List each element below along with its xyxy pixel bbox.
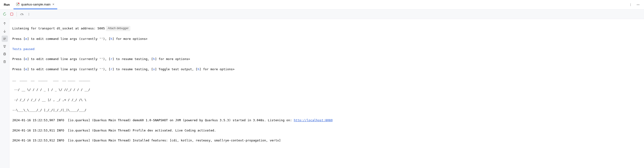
run-tool-window: Run quarkus-sample.main × [0, 0, 644, 168]
svg-point-8 [22, 15, 22, 16]
tab-label: quarkus-sample.main [21, 3, 50, 6]
scroll-down-icon[interactable] [2, 28, 8, 34]
svg-rect-23 [4, 61, 6, 63]
svg-point-10 [29, 14, 29, 15]
stop-button[interactable] [8, 11, 15, 17]
console-line: Listening for transport dt_socket at add… [12, 26, 642, 31]
scroll-to-end-icon[interactable] [2, 43, 8, 49]
trash-icon[interactable] [2, 58, 8, 64]
tests-paused-link[interactable]: Tests paused [12, 47, 34, 51]
console-line: Press [e] to edit command line args (cur… [12, 67, 642, 72]
svg-point-11 [29, 15, 29, 16]
ascii-art: --/ __ \/ / / / _ | / _ \/ //_/ / / / __… [12, 87, 642, 92]
close-icon[interactable]: × [52, 3, 55, 6]
toolbar-more-icon[interactable] [26, 11, 32, 17]
svg-rect-6 [10, 13, 13, 16]
localhost-link[interactable]: http://localhost:8080 [294, 118, 333, 122]
run-config-icon [16, 2, 20, 6]
rerun-button[interactable] [2, 11, 8, 17]
svg-rect-22 [4, 54, 5, 55]
soft-wrap-icon[interactable] [2, 36, 8, 42]
console-line: 2024-01-16 15:22:53,911 INFO [io.quarkus… [12, 128, 642, 133]
console-line: Press [e] to edit command line args (cur… [12, 36, 642, 41]
console-gutter [0, 19, 10, 168]
svg-point-1 [18, 3, 20, 4]
svg-rect-5 [637, 5, 640, 5]
attach-debugger-pill[interactable]: Attach debugger [106, 26, 130, 31]
ascii-art: --\___\_\____/_/ |_/_/|_/_/|_|\____/___/ [12, 108, 642, 113]
console-output[interactable]: Listening for transport dt_socket at add… [10, 19, 644, 168]
header-right [628, 2, 642, 7]
more-menu-icon[interactable] [628, 2, 633, 7]
ascii-art: -/ /_/ / /_/ / __ |/ , _/ ,< / /_/ /\ \ [12, 97, 642, 102]
scroll-up-icon[interactable] [2, 20, 8, 27]
header: Run quarkus-sample.main × [0, 0, 644, 10]
svg-point-2 [630, 4, 631, 4]
console-line: Tests paused [12, 46, 642, 51]
console-line: 2024-01-16 15:22:53,912 INFO [io.quarkus… [12, 138, 642, 143]
print-icon[interactable] [2, 51, 8, 57]
separator [16, 12, 17, 17]
run-toolbar [0, 10, 644, 19]
svg-point-4 [630, 6, 631, 6]
console-line: 2024-01-16 15:22:53,907 INFO [io.quarkus… [12, 118, 642, 123]
body: Listening for transport dt_socket at add… [0, 19, 644, 168]
performance-icon[interactable] [19, 11, 25, 17]
svg-point-9 [29, 13, 29, 14]
hide-icon[interactable] [636, 2, 641, 7]
ascii-art: __ ____ __ _____ ___ __ ____ ______ [12, 77, 642, 82]
svg-rect-21 [4, 53, 5, 53]
console-line: Press [e] to edit command line args (cur… [12, 56, 642, 61]
run-tab[interactable]: quarkus-sample.main × [14, 0, 57, 9]
panel-title: Run [2, 3, 12, 7]
svg-point-3 [630, 5, 631, 5]
